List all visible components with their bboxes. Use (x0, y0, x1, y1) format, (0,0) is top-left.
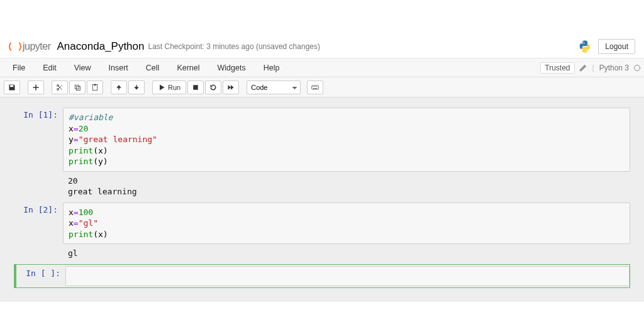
cell-prompt: In [ ]: (16, 266, 65, 286)
svg-rect-3 (77, 86, 80, 90)
cell-prompt: In [1]: (14, 108, 63, 199)
edit-icon[interactable] (579, 64, 587, 72)
cell-prompt: In [2]: (14, 203, 63, 260)
trusted-indicator[interactable]: Trusted (540, 62, 574, 74)
jupyter-logo-icon (9, 40, 21, 53)
svg-rect-7 (136, 85, 137, 87)
cell-1[interactable]: In [2]:x=100 x="gl" print(x)gl (14, 203, 630, 260)
cell-output: gl (63, 244, 630, 260)
move-up-button[interactable] (111, 80, 127, 94)
run-button[interactable]: Run (152, 80, 186, 94)
cell-input[interactable]: #variable x=20 y="great learning" print(… (63, 108, 630, 172)
jupyter-logo-text: jupyter (23, 41, 51, 52)
fast-forward-icon (227, 84, 235, 91)
cell-body: #variable x=20 y="great learning" print(… (63, 108, 630, 199)
cell-2[interactable]: In [ ]: (14, 264, 630, 288)
menu-edit[interactable]: Edit (34, 58, 65, 77)
restart-button[interactable] (205, 80, 221, 94)
cell-output: 20 great learning (63, 172, 630, 199)
cut-button[interactable] (52, 80, 68, 94)
menu-cell[interactable]: Cell (137, 58, 169, 77)
cut-icon (56, 84, 64, 91)
copy-button[interactable] (69, 80, 86, 94)
plus-icon (32, 84, 40, 91)
fast-forward-button[interactable] (223, 80, 239, 94)
menu-kernel[interactable]: Kernel (168, 58, 208, 77)
svg-rect-9 (312, 86, 319, 89)
save-icon (8, 84, 16, 91)
paste-button[interactable] (87, 80, 103, 94)
cell-type-select[interactable]: Code (247, 80, 301, 94)
menu-help[interactable]: Help (255, 58, 289, 77)
svg-rect-2 (75, 85, 79, 89)
cell-0[interactable]: In [1]:#variable x=20 y="great learning"… (14, 108, 630, 199)
keyboard-icon (311, 84, 319, 91)
move-down-button[interactable] (128, 80, 145, 94)
menubar: FileEditViewInsertCellKernelWidgetsHelp … (0, 58, 644, 77)
cell-body (65, 266, 630, 286)
notebook-title[interactable]: Anaconda_Python (57, 40, 145, 53)
play-icon (158, 84, 165, 91)
stop-icon (192, 84, 199, 91)
restart-icon (209, 84, 217, 91)
top-spacer (0, 0, 644, 36)
notebook-area[interactable]: In [1]:#variable x=20 y="great learning"… (0, 97, 644, 302)
stop-button[interactable] (187, 80, 204, 94)
header: jupyter Anaconda_Python Last Checkpoint:… (0, 36, 644, 58)
command-palette-button[interactable] (307, 80, 323, 94)
svg-rect-5 (94, 84, 96, 85)
svg-rect-6 (118, 87, 119, 90)
arrow-down-icon (133, 84, 140, 91)
cell-body: x=100 x="gl" print(x)gl (63, 203, 630, 260)
svg-rect-8 (193, 85, 198, 90)
paste-icon (91, 84, 99, 91)
menu-file[interactable]: File (4, 58, 34, 77)
kernel-name[interactable]: Python 3 (599, 64, 629, 72)
menu-widgets[interactable]: Widgets (209, 58, 255, 77)
copy-icon (74, 84, 81, 91)
cell-input[interactable]: x=100 x="gl" print(x) (63, 203, 630, 245)
checkpoint-status: Last Checkpoint: 3 minutes ago (unsaved … (148, 42, 320, 51)
jupyter-logo[interactable]: jupyter (9, 40, 51, 53)
run-label: Run (168, 84, 180, 91)
kernel-status-icon (634, 65, 640, 71)
add-cell-button[interactable] (28, 80, 44, 94)
menu-insert[interactable]: Insert (100, 58, 137, 77)
divider: | (592, 64, 594, 72)
python-logo-icon (578, 40, 592, 53)
save-button[interactable] (4, 80, 20, 94)
toolbar: Run Code (0, 77, 644, 97)
cell-input[interactable] (65, 266, 630, 286)
arrow-up-icon (115, 84, 123, 91)
menu-view[interactable]: View (65, 58, 100, 77)
logout-button[interactable]: Logout (598, 39, 635, 54)
